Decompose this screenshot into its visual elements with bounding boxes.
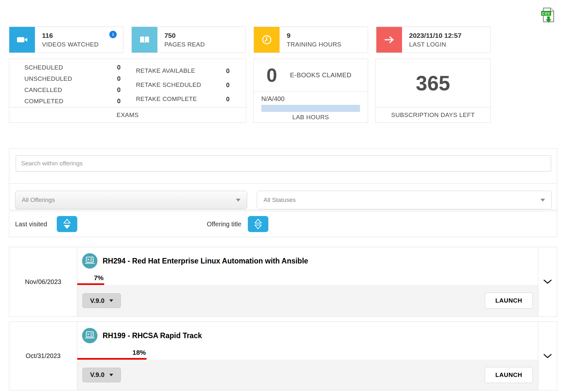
- chevron-down-icon: [541, 199, 545, 202]
- lab-hours-usage: N/A/400: [261, 95, 368, 103]
- exams-panel: SCHEDULED 0 UNSCHEDULED 0 CANCELLED 0 CO…: [9, 59, 246, 123]
- stat-card-last-login: 2023/11/10 12:57 LAST LOGIN: [376, 27, 491, 53]
- course-title[interactable]: RH294 - Red Hat Enterprise Linux Automat…: [103, 257, 308, 265]
- chevron-down-icon: [543, 279, 552, 284]
- panels-row: SCHEDULED 0 UNSCHEDULED 0 CANCELLED 0 CO…: [9, 59, 491, 123]
- pages-read-value: 750: [164, 32, 205, 39]
- offerings-select-value: All Offerings: [22, 196, 55, 204]
- last-login-label: LAST LOGIN: [409, 41, 462, 48]
- course-row-rh199: Oct/31/2023 RH199 - RHCSA Rapid Track 18…: [9, 321, 557, 390]
- chevron-down-icon: [109, 374, 113, 376]
- lab-hours-title: LAB HOURS: [254, 114, 368, 121]
- videos-watched-label: VIDEOS WATCHED: [42, 41, 99, 48]
- sort-arrows-icon: [254, 218, 263, 230]
- sort-last-visited-label: Last visited: [15, 221, 47, 228]
- search-input[interactable]: [16, 155, 551, 171]
- exams-left-column: SCHEDULED 0 UNSCHEDULED 0 CANCELLED 0 CO…: [24, 62, 121, 107]
- course-last-visited-date: Oct/31/2023: [9, 322, 77, 390]
- video-camera-icon: [9, 27, 35, 53]
- stat-text: 750 PAGES READ: [157, 27, 205, 53]
- statuses-select-value: All Statuses: [264, 196, 296, 204]
- chevron-down-icon: [236, 199, 240, 202]
- open-book-icon: [132, 27, 157, 53]
- version-select[interactable]: V.9.0: [82, 293, 121, 308]
- videos-watched-value: 116: [42, 32, 99, 39]
- training-hours-label: TRAINING HOURS: [287, 41, 341, 48]
- stat-card-pages-read: 750 PAGES READ: [131, 27, 246, 53]
- exam-label: RETAKE AVAILABLE: [136, 67, 195, 74]
- elearning-course-icon: [82, 253, 97, 269]
- course-title[interactable]: RH199 - RHCSA Rapid Track: [103, 331, 202, 340]
- export-csv-button[interactable]: CSV: [541, 6, 557, 24]
- chevron-down-icon: [109, 299, 113, 302]
- ebooks-claimed-value: 0: [266, 64, 277, 86]
- exams-panel-title: EXAMS: [9, 107, 246, 122]
- sort-row: Last visited Offering title: [9, 211, 557, 237]
- version-select-value: V.9.0: [90, 297, 105, 304]
- exam-label: COMPLETED: [24, 98, 63, 105]
- stat-text: 9 TRAINING HOURS: [280, 27, 341, 53]
- version-select-value: V.9.0: [90, 371, 105, 379]
- exam-value: 0: [117, 64, 121, 71]
- exam-stat-unscheduled: UNSCHEDULED 0: [24, 73, 121, 84]
- exam-value: 0: [226, 67, 230, 75]
- sort-offering-title-label: Offering title: [207, 221, 241, 228]
- exam-label: CANCELLED: [24, 87, 62, 94]
- course-main: RH199 - RHCSA Rapid Track 18% V.9.0 LAUN…: [77, 322, 538, 390]
- sort-arrows-icon: [63, 218, 71, 230]
- subscription-panel-title: SUBSCRIPTION DAYS LEFT: [376, 107, 490, 122]
- exam-value: 0: [226, 96, 230, 103]
- sort-last-visited-button[interactable]: [57, 216, 77, 232]
- lab-hours-progress-bar: [261, 105, 360, 112]
- subscription-panel: 365 SUBSCRIPTION DAYS LEFT: [375, 59, 491, 123]
- exam-label: RETAKE SCHEDULED: [136, 81, 201, 88]
- progress-track: 18%: [77, 349, 462, 360]
- statuses-select[interactable]: All Statuses: [257, 191, 552, 209]
- chevron-down-icon: [543, 354, 552, 358]
- course-main: RH294 - Red Hat Enterprise Linux Automat…: [77, 247, 538, 316]
- course-action-strip: V.9.0 LAUNCH: [77, 360, 538, 390]
- launch-button[interactable]: LAUNCH: [485, 367, 533, 383]
- stat-text: 116 VIDEOS WATCHED: [35, 27, 99, 53]
- expand-course-button[interactable]: [538, 247, 557, 316]
- exams-right-column: RETAKE AVAILABLE 0 RETAKE SCHEDULED 0 RE…: [136, 64, 230, 106]
- progress-bar: 18%: [77, 349, 147, 360]
- subscription-days-value: 365: [376, 59, 490, 108]
- exam-stat-retake-complete: RETAKE COMPLETE 0: [136, 92, 230, 106]
- exam-value: 0: [226, 81, 230, 89]
- ebooks-claimed-section: 0 E-BOOKS CLAIMED: [254, 59, 368, 92]
- exam-stat-completed: COMPLETED 0: [24, 96, 121, 107]
- exam-label: UNSCHEDULED: [24, 75, 72, 82]
- ebooks-lab-panel: 0 E-BOOKS CLAIMED N/A/400 LAB HOURS: [253, 59, 368, 123]
- clock-icon: [254, 27, 280, 53]
- rhls-dashboard-page: { "export": { "csv_label": "CSV" }, "ico…: [0, 0, 571, 392]
- exam-stat-retake-scheduled: RETAKE SCHEDULED 0: [136, 78, 230, 92]
- exam-stat-cancelled: CANCELLED 0: [24, 84, 121, 96]
- exam-stat-retake-available: RETAKE AVAILABLE 0: [136, 64, 230, 78]
- sort-offering-title-button[interactable]: [248, 216, 268, 232]
- arrow-right-icon: [376, 27, 402, 53]
- course-action-strip: V.9.0 LAUNCH: [77, 285, 538, 316]
- course-row-rh294: Nov/06/2023 RH294 - Red Hat Enterprise L…: [9, 247, 557, 317]
- offerings-select[interactable]: All Offerings: [15, 191, 247, 209]
- progress-bar: 7%: [77, 274, 104, 285]
- exam-stat-scheduled: SCHEDULED 0: [24, 62, 121, 73]
- exam-value: 0: [117, 97, 121, 105]
- launch-button[interactable]: LAUNCH: [485, 293, 533, 309]
- search-section: [9, 155, 557, 184]
- pages-read-label: PAGES READ: [164, 41, 205, 48]
- expand-course-button[interactable]: [538, 322, 557, 390]
- stat-card-training-hours: 9 TRAINING HOURS: [254, 27, 368, 53]
- info-icon[interactable]: i: [109, 31, 117, 38]
- last-login-value: 2023/11/10 12:57: [409, 32, 462, 39]
- course-title-row: RH199 - RHCSA Rapid Track: [82, 326, 538, 345]
- stats-row: 116 VIDEOS WATCHED i 750 PAGES READ 9 TR…: [9, 27, 491, 53]
- csv-download-icon: CSV: [541, 6, 557, 24]
- version-select[interactable]: V.9.0: [82, 368, 121, 382]
- course-last-visited-date: Nov/06/2023: [9, 247, 77, 316]
- stat-card-videos-watched: 116 VIDEOS WATCHED i: [9, 27, 123, 53]
- exam-value: 0: [117, 86, 121, 94]
- exam-value: 0: [117, 75, 121, 82]
- training-hours-value: 9: [287, 32, 341, 39]
- svg-text:CSV: CSV: [542, 12, 550, 15]
